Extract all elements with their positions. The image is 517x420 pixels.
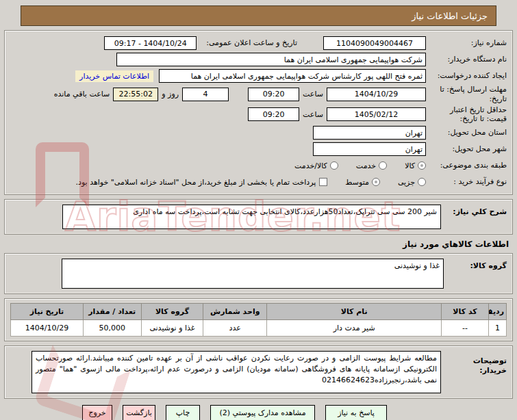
col-item-group: گروه کالا — [141, 304, 203, 320]
remaining-days-field[interactable]: 4 — [182, 88, 229, 101]
request-creator-row: ایجاد کننده درخواست: ثمره فتح اللهی پور … — [10, 68, 507, 83]
goods-group-panel: گروه کالا: غذا و نوشیدنی — [4, 253, 513, 294]
response-deadline-date-field[interactable]: 1404/10/29 — [327, 88, 426, 101]
purchase-process-label: نوع فرآیند خرید : — [426, 177, 507, 187]
purchase-process-row: نوع فرآیند خرید : جزیی متوسط پرداخت تمام… — [10, 174, 507, 189]
cell-row-number: 1 — [488, 320, 506, 337]
cell-item-group: غذا و نوشیدنی — [141, 320, 203, 337]
back-button[interactable]: بازگشت — [123, 405, 155, 420]
radio-partial[interactable] — [418, 178, 426, 186]
radio-goods-label: کالا — [405, 161, 415, 170]
need-number-label: شماره نیاز: — [426, 38, 507, 48]
province-field[interactable]: تهران — [313, 126, 426, 140]
countdown-timer: 22:55:02 — [113, 88, 158, 101]
buyer-contact-link[interactable]: اطلاعات تماس خریدار — [75, 70, 153, 82]
province-row: استان محل تحویل: تهران — [10, 125, 507, 140]
goods-group-field[interactable]: غذا و نوشیدنی — [62, 259, 444, 289]
col-quantity: تعداد / مقدار — [83, 304, 141, 320]
city-row: شهر محل تحویل: تهران — [10, 142, 507, 157]
response-deadline-label: مهلت ارسال پاسخ: تا تاریخ: — [426, 85, 507, 104]
cell-quantity: 50,000 — [83, 320, 141, 337]
announce-datetime-label: تاریخ و ساعت اعلان عمومی: — [202, 38, 297, 48]
table-row[interactable]: 1 -- شیر مدت دار عدد غذا و نوشیدنی 50,00… — [11, 320, 507, 337]
goods-table-header-row: ردیف کد کالا نام کالا واحد شمارش گروه کا… — [11, 304, 507, 320]
response-deadline-hour-label: ساعت — [299, 90, 327, 99]
treasury-checkbox[interactable] — [319, 178, 327, 186]
buyer-notes-label: توضیحات خریدار: — [441, 351, 507, 376]
price-validity-date-field[interactable]: 1405/02/12 — [327, 107, 426, 121]
goods-table-panel: ردیف کد کالا نام کالا واحد شمارش گروه کا… — [4, 298, 513, 341]
price-validity-label: حداقل تاریخ اعتبار قیمت: تا تاریخ: — [426, 105, 507, 124]
print-button[interactable]: چاپ — [166, 405, 200, 420]
radio-medium[interactable] — [372, 178, 380, 186]
radio-partial-label: جزیی — [398, 178, 415, 187]
need-number-row: شماره نیاز: 1104090049004467 تاریخ و ساع… — [10, 36, 507, 51]
treasury-checkbox-label: پرداخت تمام یا بخشی از مبلغ خرید،از محل … — [76, 178, 316, 187]
province-label: استان محل تحویل: — [426, 128, 507, 137]
buyer-org-field[interactable]: شرکت هواپیمایی جمهوری اسلامی ایران هما — [116, 53, 426, 66]
cell-need-date: 1404/10/29 — [11, 320, 84, 337]
exit-button[interactable]: خروج — [82, 405, 112, 420]
countdown-label: ساعت باقي مانده — [51, 90, 114, 99]
radio-service-label: خدمت — [356, 161, 376, 170]
remaining-days-label: روز و — [158, 90, 182, 99]
cell-item-code: -- — [442, 320, 489, 337]
view-attachments-button[interactable]: مشاهده مدارک پیوستي (2) — [210, 405, 315, 420]
need-info-panel: شماره نیاز: 1104090049004467 تاریخ و ساع… — [4, 30, 513, 195]
response-deadline-time-field[interactable]: 09:20 — [248, 88, 299, 101]
price-validity-time-field[interactable]: 09:20 — [248, 107, 299, 121]
need-description-label: شرح کلي نیاز: — [441, 205, 507, 217]
goods-section-heading: اطلاعات کالاهاي مورد نیاز — [8, 239, 509, 249]
cell-item-name: شیر مدت دار — [267, 320, 442, 337]
goods-table: ردیف کد کالا نام کالا واحد شمارش گروه کا… — [10, 303, 507, 337]
price-validity-row: حداقل تاریخ اعتبار قیمت: تا تاریخ: 1405/… — [10, 105, 507, 124]
buyer-notes-field[interactable]: مطالعه شرایط پیوست الزامی و در صورت رعای… — [31, 351, 441, 393]
buyer-org-row: نام دستگاه خریدار: شرکت هواپیمایی جمهوری… — [10, 52, 507, 67]
city-label: شهر محل تحویل: — [426, 144, 507, 154]
need-number-field[interactable]: 1104090049004467 — [323, 36, 426, 50]
price-validity-hour-label: ساعت — [299, 110, 327, 119]
request-creator-field[interactable]: ثمره فتح اللهی پور کارشناس شرکت هواپیمای… — [159, 69, 426, 83]
request-creator-label: ایجاد کننده درخواست: — [426, 71, 507, 81]
action-buttons-row: پاسخ به نیاز مشاهده مدارک پیوستي (2) چاپ… — [4, 405, 513, 420]
page-title: جزئیات اطلاعات نیاز — [21, 5, 496, 26]
col-row-number: ردیف — [488, 304, 506, 320]
radio-goods[interactable] — [418, 161, 426, 170]
radio-goods-service-label: کالا/خدمت — [294, 161, 327, 170]
subject-class-row: طبقه بندی موضوعی: کالا خدمت کالا/خدمت — [10, 158, 507, 173]
col-count-unit: واحد شمارش — [203, 304, 267, 320]
radio-service[interactable] — [379, 161, 387, 170]
col-item-code: کد کالا — [442, 304, 489, 320]
col-item-name: نام کالا — [267, 304, 442, 320]
announce-datetime-field[interactable]: 1404/10/24 - 09:17 — [104, 36, 197, 50]
response-deadline-row: مهلت ارسال پاسخ: تا تاریخ: 1404/10/29 سا… — [10, 85, 507, 104]
need-description-panel: شرح کلي نیاز: شیر 200 سی سی تتراپک،تعداد… — [4, 199, 513, 235]
city-field[interactable]: تهران — [313, 142, 426, 156]
need-description-field[interactable]: شیر 200 سی سی تتراپک،تعداد50هزارعدد،کالا… — [62, 205, 441, 229]
buyer-org-label: نام دستگاه خریدار: — [426, 55, 507, 64]
radio-goods-service[interactable] — [330, 161, 338, 170]
cell-count-unit: عدد — [203, 320, 267, 337]
goods-group-label: گروه کالا: — [444, 259, 507, 271]
buyer-notes-panel: توضیحات خریدار: مطالعه شرایط پیوست الزام… — [4, 345, 513, 399]
radio-medium-label: متوسط — [345, 178, 369, 187]
subject-class-label: طبقه بندی موضوعی: — [426, 161, 507, 170]
col-need-date: تاریخ نیاز — [11, 304, 84, 320]
respond-button[interactable]: پاسخ به نیاز — [325, 405, 387, 420]
